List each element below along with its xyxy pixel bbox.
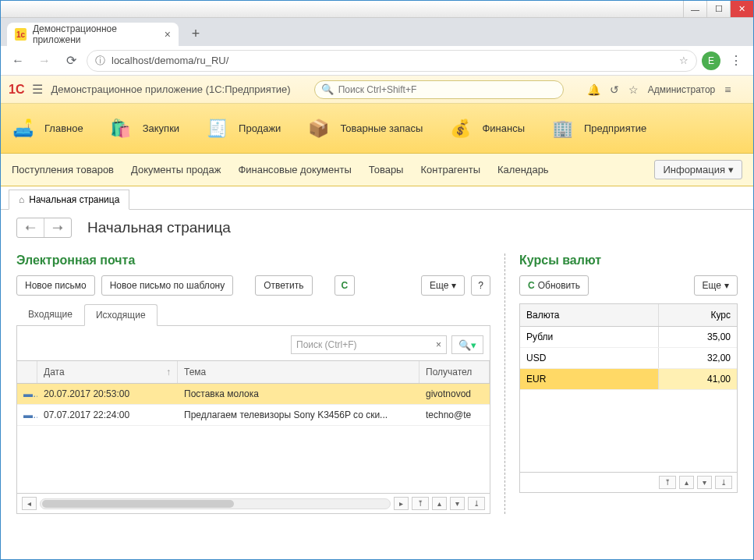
browser-tabbar: 1c Демонстрационное приложени × +: [1, 18, 753, 46]
window-maximize[interactable]: ☐: [706, 1, 730, 17]
col-recipient[interactable]: Получател: [419, 361, 490, 383]
refresh-mail-button[interactable]: C: [335, 275, 356, 296]
window-titlebar: — ☐ ✕: [1, 1, 753, 18]
profile-avatar[interactable]: E: [702, 51, 720, 70]
main-menu-icon[interactable]: ☰: [32, 82, 43, 97]
rates-more-button[interactable]: Еще ▾: [694, 275, 738, 296]
navtab-row: ⌂ Начальная страница: [1, 186, 753, 210]
clear-search-icon[interactable]: ×: [436, 339, 441, 350]
mail-date: 20.07.2017 20:53:00: [37, 384, 178, 404]
grid-nav-up-icon[interactable]: ▴: [679, 476, 694, 489]
history-icon[interactable]: ↺: [610, 83, 619, 96]
section-label: Финансы: [482, 122, 525, 134]
rate-row[interactable]: Рубли 35,00: [520, 327, 737, 348]
command-link[interactable]: Контрагенты: [420, 164, 480, 175]
site-info-icon[interactable]: ⓘ: [95, 54, 105, 68]
browser-tab[interactable]: 1c Демонстрационное приложени ×: [7, 23, 179, 46]
browser-back-button[interactable]: ←: [7, 50, 29, 72]
mail-subject: Поставка молока: [178, 384, 419, 404]
mail-pane: Поиск (Ctrl+F) × 🔍 ▾ Дата↑ Тема Получате…: [16, 326, 490, 514]
tab-close-icon[interactable]: ×: [165, 28, 171, 41]
new-mail-button[interactable]: Новое письмо: [16, 275, 95, 296]
bookmark-star-icon[interactable]: ☆: [679, 55, 689, 66]
panel-divider[interactable]: [504, 253, 505, 514]
tab-inbox[interactable]: Входящие: [16, 303, 84, 325]
settings-lines-icon[interactable]: ≡: [724, 83, 731, 96]
rates-grid-footer: ⤒ ▴ ▾ ⤓: [520, 472, 737, 492]
window-minimize[interactable]: —: [683, 1, 706, 17]
command-link[interactable]: Документы продаж: [131, 164, 221, 175]
sort-asc-icon: ↑: [166, 367, 171, 377]
section-item[interactable]: 🧾 Продажи: [203, 115, 281, 143]
mail-search-button[interactable]: 🔍 ▾: [451, 335, 483, 354]
mail-grid-header: Дата↑ Тема Получател: [17, 361, 490, 384]
col-rate[interactable]: Курс: [659, 304, 737, 326]
mail-grid-footer: ◂ ▸ ⤒ ▴ ▾ ⤓: [17, 493, 490, 513]
command-link[interactable]: Товары: [369, 164, 404, 175]
grid-nav-down-icon[interactable]: ▾: [450, 497, 465, 510]
browser-reload-button[interactable]: ⟳: [60, 50, 82, 72]
tab-outbox[interactable]: Исходящие: [84, 304, 158, 326]
new-tab-button[interactable]: +: [185, 23, 207, 44]
grid-nav-down-icon[interactable]: ▾: [697, 476, 712, 489]
scroll-left-icon[interactable]: ◂: [22, 497, 37, 510]
info-dropdown[interactable]: Информация ▾: [654, 160, 742, 179]
favicon-1c-icon: 1c: [15, 28, 27, 41]
global-search-input[interactable]: [338, 84, 557, 95]
col-date[interactable]: Дата↑: [37, 361, 178, 383]
horizontal-scrollbar[interactable]: [40, 498, 391, 509]
rate-row[interactable]: EUR 41,00: [520, 369, 737, 390]
section-item[interactable]: 🏢 Предприятие: [548, 115, 646, 143]
browser-menu-icon[interactable]: ⋮: [725, 53, 747, 68]
section-icon: 📦: [304, 115, 332, 143]
mail-help-button[interactable]: ?: [471, 275, 490, 296]
rate-currency: USD: [520, 348, 659, 368]
history-forward-button[interactable]: 🠒: [44, 218, 71, 237]
refresh-rates-button[interactable]: C Обновить: [519, 275, 589, 296]
section-label: Товарные запасы: [340, 122, 423, 134]
grid-nav-last-icon[interactable]: ⤓: [715, 476, 732, 489]
browser-forward-button[interactable]: →: [34, 50, 55, 72]
mail-recipient: techno@te: [419, 405, 490, 425]
grid-nav-up-icon[interactable]: ▴: [432, 497, 447, 510]
mail-search-placeholder: Поиск (Ctrl+F): [296, 339, 357, 350]
grid-nav-first-icon[interactable]: ⤒: [659, 476, 676, 489]
chevron-down-icon: ▾: [451, 280, 456, 291]
command-link[interactable]: Финансовые документы: [238, 164, 351, 175]
col-currency[interactable]: Валюта: [520, 304, 659, 326]
global-search[interactable]: 🔍: [314, 80, 564, 99]
section-label: Предприятие: [584, 122, 646, 134]
bell-icon[interactable]: 🔔: [587, 83, 600, 96]
rate-value: 32,00: [659, 348, 737, 368]
section-item[interactable]: 💰 Финансы: [446, 115, 525, 143]
history-back-button[interactable]: 🠐: [17, 218, 44, 237]
favorite-icon[interactable]: ☆: [628, 83, 639, 96]
navtab-home[interactable]: ⌂ Начальная страница: [9, 190, 129, 210]
user-label[interactable]: Администратор: [648, 84, 716, 95]
command-link[interactable]: Календарь: [497, 164, 549, 175]
rate-value: 35,00: [659, 327, 737, 347]
section-item[interactable]: 📦 Товарные запасы: [304, 115, 423, 143]
scroll-right-icon[interactable]: ▸: [394, 497, 409, 510]
url-field[interactable]: ⓘ localhost/demoma/ru_RU/ ☆: [87, 50, 697, 72]
refresh-icon: C: [342, 280, 349, 291]
new-mail-template-button[interactable]: Новое письмо по шаблону: [101, 275, 234, 296]
grid-nav-last-icon[interactable]: ⤓: [468, 497, 485, 510]
mail-item-icon: ▬: [17, 405, 37, 425]
rate-row[interactable]: USD 32,00: [520, 348, 737, 369]
rate-currency: EUR: [520, 369, 659, 389]
section-item[interactable]: 🛋️ Главное: [9, 115, 83, 143]
window-close[interactable]: ✕: [730, 1, 753, 17]
mail-more-button[interactable]: Еще ▾: [421, 275, 465, 296]
command-link[interactable]: Поступления товаров: [12, 164, 114, 175]
col-subject[interactable]: Тема: [178, 361, 419, 383]
section-item[interactable]: 🛍️ Закупки: [107, 115, 179, 143]
mail-row[interactable]: ▬ 20.07.2017 20:53:00 Поставка молока gi…: [17, 384, 490, 405]
grid-nav-first-icon[interactable]: ⤒: [412, 497, 429, 510]
mail-row[interactable]: ▬ 07.07.2017 22:24:00 Предлагаем телевиз…: [17, 405, 490, 426]
chevron-down-icon: ▾: [728, 164, 734, 175]
reply-button[interactable]: Ответить: [255, 275, 312, 296]
home-icon: ⌂: [19, 194, 24, 205]
mail-search-field[interactable]: Поиск (Ctrl+F) ×: [291, 335, 447, 354]
content-area: Электронная почта Новое письмо Новое пис…: [1, 246, 753, 522]
